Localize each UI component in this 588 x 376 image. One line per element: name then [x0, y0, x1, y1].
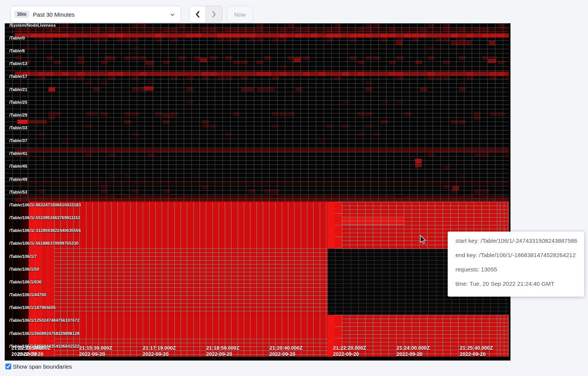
range-nav-button-group [189, 6, 222, 23]
key-visualizer-page: 30m Past 30 Minutes Now /System/NodeLive… [0, 0, 588, 376]
time-range-dropdown[interactable]: 30m Past 30 Minutes [10, 6, 181, 23]
show-span-boundaries-checkbox[interactable] [5, 364, 11, 369]
hover-tooltip: start key: /Table/106/1/-247433150824388… [448, 232, 584, 297]
span-boundaries-control: Show span boundaries [5, 363, 72, 370]
chevron-down-icon [170, 12, 175, 17]
range-badge: 30m [14, 11, 29, 18]
range-label: Past 30 Minutes [33, 11, 75, 18]
tooltip-start-key: start key: /Table/106/1/-247433150824388… [455, 237, 576, 245]
tooltip-time: time: Tue, 20 Sep 2022 21:24:40 GMT [455, 280, 576, 288]
show-span-boundaries-label: Show span boundaries [13, 363, 72, 370]
chevron-left-icon [195, 11, 201, 18]
mouse-cursor-icon [420, 235, 426, 245]
next-range-button[interactable] [206, 6, 222, 22]
tooltip-requests: requests: 13055 [455, 266, 576, 273]
now-button[interactable]: Now [227, 6, 253, 23]
prev-range-button[interactable] [190, 6, 206, 22]
heatmap-canvas[interactable] [5, 23, 510, 361]
tooltip-end-key: end key: /Table/106/1/-18683814745282642… [455, 251, 576, 259]
key-visualizer[interactable]: /System/NodeLiveness/Table/0/Table/6/Tab… [5, 23, 510, 361]
chevron-right-icon [211, 11, 217, 18]
toolbar: 30m Past 30 Minutes Now [10, 6, 253, 23]
